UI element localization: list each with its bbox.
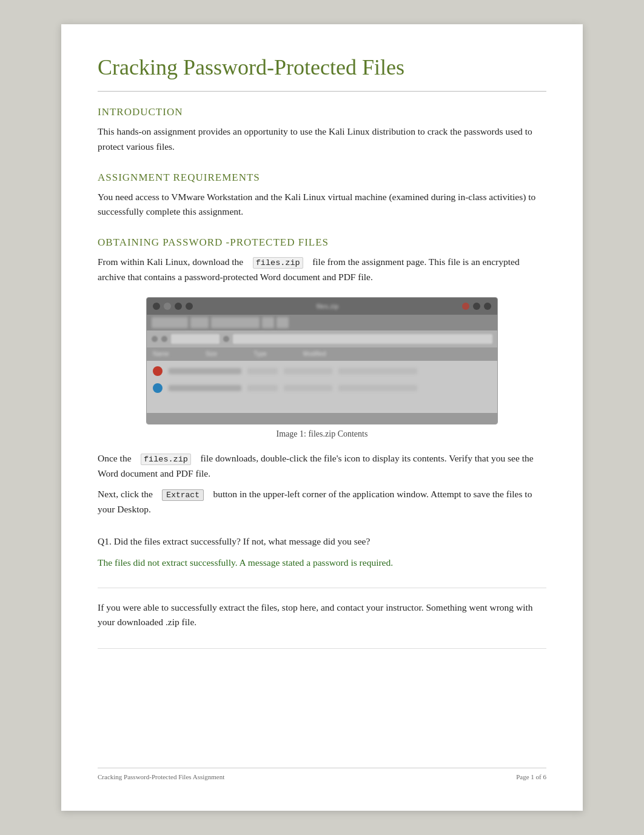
file-name-2 (169, 385, 241, 391)
screenshot-file-rows (147, 361, 497, 398)
toolbar-item-1 (152, 317, 188, 328)
file-icon-1 (153, 366, 163, 376)
obtaining-paragraph-3: Next, click the Extract button in the up… (98, 487, 546, 517)
screenshot-window-title: files.zip (196, 303, 458, 310)
requirements-paragraph: You need access to VMware Workstation an… (98, 190, 546, 220)
file-type-2 (284, 385, 332, 391)
heading-introduction: Introduction (98, 106, 546, 118)
screenshot-title-bar: files.zip (147, 298, 497, 315)
document-title: Cracking Password-Protected Files (98, 55, 546, 92)
file-row-2 (153, 381, 491, 395)
screenshot-image: files.zip (146, 297, 498, 424)
obtaining-text-before: From within Kali Linux, download the (98, 257, 243, 267)
addr-path (171, 334, 220, 344)
toolbar-item-2 (190, 317, 209, 328)
addr-bar (233, 334, 492, 344)
screenshot-toolbar (147, 315, 497, 330)
tb-btn-4 (186, 303, 193, 310)
section-assignment-requirements: Assignment Requirements You need access … (98, 172, 546, 220)
col-header-size: Size (206, 350, 217, 357)
extract-button-label: Extract (162, 489, 204, 501)
inline-code-fileszip: files.zip (253, 257, 303, 269)
tb-btn-2 (164, 303, 171, 310)
para3-before: Next, click the (98, 489, 153, 499)
file-size-1 (247, 368, 278, 374)
tb-btn-min (473, 303, 480, 310)
addr-dot-3 (223, 336, 229, 342)
obtaining-paragraph-1: From within Kali Linux, download the fil… (98, 255, 546, 285)
screenshot-status-bar (147, 413, 497, 424)
file-icon-2 (153, 383, 163, 393)
section-introduction: Introduction This hands-on assignment pr… (98, 106, 546, 155)
file-type-1 (284, 368, 332, 374)
col-header-modified: Modified (303, 350, 326, 357)
toolbar-item-4 (262, 317, 274, 328)
col-header-type: Type (253, 350, 267, 357)
info-box-text: If you were able to successfully extract… (98, 600, 546, 631)
toolbar-item-3 (211, 317, 260, 328)
toolbar-item-5 (277, 317, 289, 328)
para2-before: Once the (98, 453, 132, 463)
intro-paragraph: This hands-on assignment provides an opp… (98, 124, 546, 155)
addr-dot-1 (152, 336, 158, 342)
question1-text: Q1. Did the files extract successfully? … (98, 534, 546, 549)
page-content: Cracking Password-Protected Files Introd… (98, 55, 546, 749)
section-question1: Q1. Did the files extract successfully? … (98, 534, 546, 571)
image-container: files.zip (98, 297, 546, 439)
screenshot-address-bar (147, 330, 497, 347)
page-container: Cracking Password-Protected Files Introd… (61, 24, 583, 811)
file-row-1 (153, 364, 491, 378)
footer-right: Page 1 of 6 (516, 773, 546, 780)
heading-assignment-requirements: Assignment Requirements (98, 172, 546, 184)
tb-btn-max (484, 303, 491, 310)
file-date-1 (338, 368, 417, 374)
tb-btn-close (462, 303, 469, 310)
tb-btn-3 (175, 303, 182, 310)
info-box: If you were able to successfully extract… (98, 588, 546, 649)
tb-btn-1 (153, 303, 160, 310)
file-size-2 (247, 385, 278, 391)
inline-code-fileszip-2: files.zip (141, 454, 191, 465)
footer-left: Cracking Password-Protected Files Assign… (98, 773, 224, 780)
section-obtaining-files: Obtaining Password -Protected Files From… (98, 236, 546, 517)
page-footer: Cracking Password-Protected Files Assign… (98, 768, 546, 780)
screenshot-col-headers: Name Size Type Modified (147, 347, 497, 361)
addr-dot-2 (161, 336, 167, 342)
heading-obtaining-files: Obtaining Password -Protected Files (98, 236, 546, 249)
col-header-name: Name (153, 350, 169, 357)
question1-answer: The files did not extract successfully. … (98, 555, 546, 571)
obtaining-paragraph-2: Once the files.zip file downloads, doubl… (98, 451, 546, 481)
image-caption: Image 1: files.zip Contents (277, 429, 368, 439)
file-name-1 (169, 368, 241, 374)
file-date-2 (338, 385, 417, 391)
